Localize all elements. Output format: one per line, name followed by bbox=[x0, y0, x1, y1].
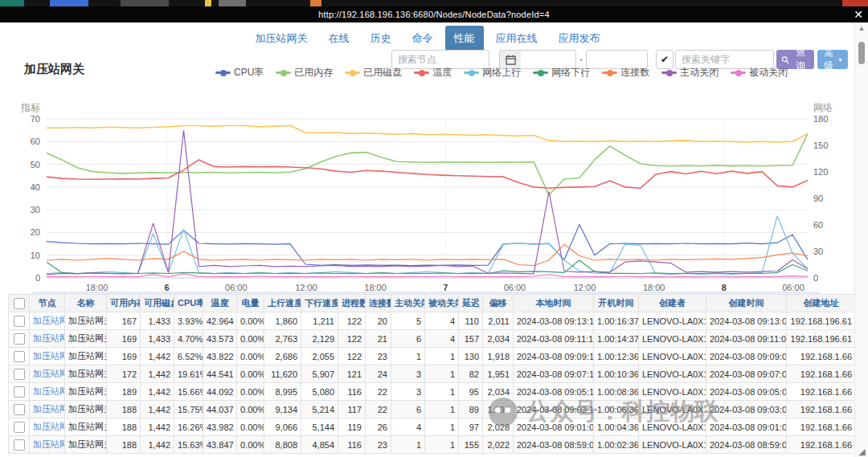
close-icon[interactable]: ✕ bbox=[854, 7, 863, 22]
cell-value: 1.00:16:37 bbox=[594, 312, 639, 330]
row-checkbox[interactable] bbox=[14, 386, 25, 398]
cell-value: 122 bbox=[338, 312, 366, 330]
cell-value: 0.00% bbox=[237, 365, 264, 383]
date-range-separator: - bbox=[579, 54, 583, 65]
node-name: 加压站网关 bbox=[65, 365, 107, 383]
legend-item-CPU率[interactable]: CPU率 bbox=[215, 66, 264, 80]
node-link[interactable]: 加压站网关 bbox=[30, 401, 65, 418]
cell-value: LENOVO-LA0X1806 bbox=[639, 401, 706, 418]
svg-text:06:00: 06:00 bbox=[225, 283, 248, 292]
svg-text:60: 60 bbox=[813, 220, 823, 230]
cell-value: 1 bbox=[425, 401, 459, 418]
node-name: 加压站网关 bbox=[65, 383, 107, 401]
legend-marker bbox=[602, 71, 617, 74]
legend-item-已用磁盘[interactable]: 已用磁盘 bbox=[345, 66, 402, 80]
svg-text:30: 30 bbox=[813, 247, 823, 256]
node-link[interactable]: 加压站网关 bbox=[30, 383, 65, 401]
cell-value: 8,808 bbox=[264, 436, 301, 454]
cell-value: 1,442 bbox=[141, 418, 174, 436]
row-checkbox[interactable] bbox=[14, 439, 25, 451]
desktop-remnant-strip bbox=[0, 0, 868, 6]
cell-value: 42.964 bbox=[203, 312, 237, 330]
legend-item-网络上行[interactable]: 网络上行 bbox=[464, 66, 521, 80]
cell-value: 1 bbox=[391, 348, 425, 365]
node-name: 加压站网关 bbox=[65, 436, 107, 454]
legend-item-主动关闭[interactable]: 主动关闭 bbox=[661, 66, 719, 80]
row-checkbox[interactable] bbox=[14, 422, 25, 433]
node-name: 加压站网关 bbox=[65, 330, 107, 348]
desktop-fragment bbox=[50, 0, 88, 6]
cell-value: 155 bbox=[459, 436, 483, 454]
row-checkbox[interactable] bbox=[14, 404, 25, 415]
legend-marker bbox=[276, 71, 291, 74]
column-header-下行速度: 下行速度 bbox=[301, 295, 338, 312]
row-checkbox[interactable] bbox=[14, 351, 25, 362]
cell-value: 44.541 bbox=[203, 365, 237, 383]
column-header-可用内存: 可用内存 bbox=[107, 295, 141, 312]
cell-value: 192.168.196.61 bbox=[787, 312, 856, 330]
cell-value: 192.168.1.66 bbox=[787, 365, 856, 383]
legend-item-网络下行[interactable]: 网络下行 bbox=[533, 66, 590, 80]
performance-chart[interactable]: 指标网络010203040506070030609012015018018:00… bbox=[0, 80, 855, 294]
cell-value: 188 bbox=[107, 418, 141, 436]
cell-value: 2,022 bbox=[483, 436, 514, 454]
cell-value: 2024-03-08 09:11:08 bbox=[706, 330, 787, 348]
scroll-corner-icon[interactable]: ◢ bbox=[856, 446, 868, 457]
row-checkbox[interactable] bbox=[14, 316, 25, 327]
svg-text:12:00: 12:00 bbox=[574, 283, 596, 292]
svg-text:180: 180 bbox=[813, 114, 828, 124]
cell-value: 4 bbox=[425, 330, 459, 348]
node-link[interactable]: 加压站网关 bbox=[30, 312, 65, 330]
cell-value: 121 bbox=[338, 365, 366, 383]
cell-value: 1.00:10:36 bbox=[594, 365, 639, 383]
legend-item-已用内存[interactable]: 已用内存 bbox=[276, 66, 333, 80]
scrollbar-thumb[interactable] bbox=[858, 42, 865, 64]
cell-value: 1,433 bbox=[141, 330, 174, 348]
legend-item-连接数[interactable]: 连接数 bbox=[602, 66, 649, 80]
cell-value: 2,055 bbox=[301, 348, 338, 365]
cell-value: 2024-03-08 09:13:08 bbox=[706, 312, 787, 330]
legend-label: 网络下行 bbox=[551, 66, 590, 80]
node-link[interactable]: 加压站网关 bbox=[30, 418, 65, 436]
cell-value: 2024-03-08 09:01:07 bbox=[706, 418, 787, 436]
cell-value: 2024-03-08 09:13:11 bbox=[514, 312, 594, 330]
cell-value: 1 bbox=[425, 365, 459, 383]
cell-value: 44.037 bbox=[203, 401, 237, 418]
legend-label: 已用磁盘 bbox=[363, 66, 402, 80]
cell-value: 4.70% bbox=[174, 330, 203, 348]
cell-value: 169 bbox=[107, 348, 141, 365]
cell-value: 5,907 bbox=[301, 365, 338, 383]
cell-value: 0.00% bbox=[237, 436, 264, 454]
row-checkbox[interactable] bbox=[14, 369, 25, 380]
cell-value: LENOVO-LA0X1806 bbox=[639, 348, 706, 365]
cell-value: 117 bbox=[338, 401, 366, 418]
cell-value: 6.52% bbox=[174, 348, 203, 365]
node-link[interactable]: 加压站网关 bbox=[30, 348, 65, 365]
advanced-button-label: 高级 bbox=[822, 47, 835, 71]
cell-value: 2024-03-08 09:03:07 bbox=[706, 401, 787, 418]
advanced-button[interactable]: 高级 ▼ bbox=[817, 50, 848, 69]
node-link[interactable]: 加压站网关 bbox=[30, 330, 65, 348]
node-link[interactable]: 加压站网关 bbox=[30, 365, 65, 383]
scrollbar[interactable]: ▲ ◢ bbox=[854, 22, 868, 457]
cell-value: 5,080 bbox=[301, 383, 338, 401]
scroll-up-icon[interactable]: ▲ bbox=[855, 24, 868, 35]
legend-item-被动关闭[interactable]: 被动关闭 bbox=[731, 66, 788, 80]
table-row: 加压站网关加压站网关1881,44215.63%43.8470.00%8,808… bbox=[9, 436, 856, 454]
cell-value: LENOVO-LA0X1806 bbox=[639, 436, 706, 454]
legend-marker bbox=[215, 71, 231, 74]
row-checkbox[interactable] bbox=[14, 333, 25, 345]
cell-value: LENOVO-LA0X1806 bbox=[639, 330, 706, 348]
cell-value: 2,011 bbox=[483, 312, 514, 330]
legend-marker bbox=[345, 71, 360, 74]
cell-value: 95 bbox=[459, 383, 483, 401]
table-row: 加压站网关加压站网关1881,44215.75%44.0370.00%9,134… bbox=[9, 401, 856, 418]
node-link[interactable]: 加压站网关 bbox=[30, 436, 65, 454]
desktop-fragment bbox=[310, 0, 321, 6]
node-name: 加压站网关 bbox=[65, 418, 107, 436]
legend-item-温度[interactable]: 温度 bbox=[414, 66, 452, 80]
table-row: 加压站网关加压站网关1891,44215.66%44.0920.00%8,995… bbox=[9, 383, 856, 401]
cell-value: 2024-03-08 09:07:10 bbox=[514, 365, 594, 383]
select-all-checkbox[interactable] bbox=[14, 298, 25, 309]
column-header-节点: 节点 bbox=[30, 295, 65, 312]
